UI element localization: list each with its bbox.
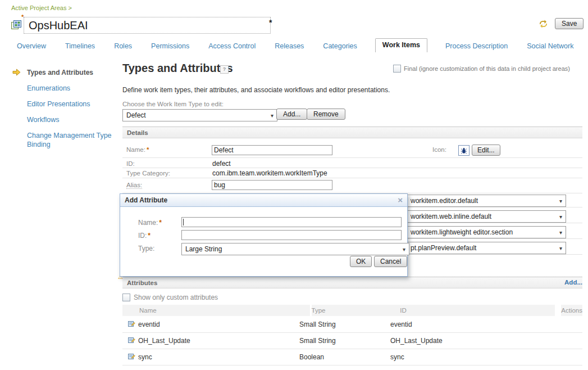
add-type-button[interactable]: Add... (276, 109, 307, 120)
attribute-icon (128, 336, 135, 345)
attribute-type: Small String (299, 321, 390, 328)
project-name-input[interactable] (24, 17, 271, 34)
attribute-type: Small String (299, 337, 390, 345)
attribute-id: OH_Last_Update (390, 337, 549, 345)
lightweight-editor-presentation-value: workitem.lightweight editor.section (411, 228, 513, 236)
sidebar-item-enumerations[interactable]: Enumerations (27, 84, 70, 92)
chevron-down-icon: ▾ (271, 112, 274, 119)
type-category-label: Type Category: (126, 170, 170, 177)
type-picker-label: Choose the Work Item Type to edit: (122, 101, 224, 107)
attribute-name: OH_Last_Update (138, 337, 190, 345)
dialog-title: Add Attribute (125, 196, 167, 204)
sidebar-item-workflows[interactable]: Workflows (27, 116, 59, 124)
custom-attributes-filter: Show only custom attributes (122, 294, 218, 301)
cancel-button[interactable]: Cancel (374, 256, 407, 267)
save-button[interactable]: Save (555, 18, 584, 29)
bug-icon (458, 145, 470, 156)
id-field-label: ID: (126, 160, 135, 167)
column-header-name: Name (122, 305, 310, 316)
attribute-icon (128, 320, 135, 329)
plan-preview-presentation-value: pt.planPreview.default (411, 244, 476, 252)
current-section-arrow-icon (12, 69, 21, 78)
tab-categories[interactable]: Categories (322, 40, 358, 52)
dialog-type-select[interactable]: Large String ▾ (181, 243, 409, 255)
id-field-value: defect (212, 160, 231, 168)
tab-roles[interactable]: Roles (113, 40, 133, 52)
tab-work-items[interactable]: Work Items (375, 38, 427, 52)
attribute-icon (128, 353, 135, 362)
ok-button[interactable]: OK (350, 256, 372, 267)
attribute-type: Boolean (299, 353, 390, 361)
remove-type-button[interactable]: Remove (307, 109, 345, 120)
work-item-type-select[interactable]: Defect ▾ (122, 109, 277, 121)
tab-process-description[interactable]: Process Description (444, 40, 509, 52)
sidebar-item-change-management-type-binding[interactable]: Change Management Type Binding (27, 131, 117, 149)
tab-access-control[interactable]: Access Control (207, 40, 257, 52)
final-label: Final (ignore customization of this data… (404, 65, 570, 72)
alias-field-label: Alias: (126, 182, 142, 189)
attribute-id: eventid (390, 321, 549, 328)
editor-presentation-value: workitem.editor.default (411, 197, 478, 205)
required-marker: * (147, 146, 149, 153)
show-custom-attributes-checkbox[interactable] (122, 294, 130, 301)
text-caret (183, 219, 184, 225)
tab-overview[interactable]: Overview (16, 40, 47, 52)
type-category-value: com.ibm.team.workitem.workItemType (212, 169, 327, 177)
chevron-down-icon: ▾ (559, 198, 562, 204)
table-row: sync Boolean sync (122, 349, 582, 366)
dialog-titlebar[interactable]: Add Attribute × (120, 194, 407, 207)
project-area-editor: Active Project Areas > * * Save Overview… (0, 0, 588, 370)
lightweight-editor-presentation-select[interactable]: workitem.lightweight editor.section ▾ (407, 226, 566, 238)
table-row: eventid Small String eventid (122, 317, 582, 333)
web-inline-presentation-select[interactable]: workitem.web.inline.default ▾ (407, 210, 566, 223)
icon-field-label: Icon: (432, 146, 446, 153)
tab-releases[interactable]: Releases (274, 40, 305, 52)
sidebar-item-types-and-attributes[interactable]: Types and Attributes (27, 69, 117, 76)
required-marker: * (159, 219, 162, 227)
close-icon[interactable]: × (398, 196, 403, 204)
sidebar-item-editor-presentations[interactable]: Editor Presentations (27, 100, 90, 108)
editor-presentation-select[interactable]: workitem.editor.default ▾ (407, 195, 566, 207)
row-divider (122, 178, 582, 178)
show-custom-attributes-label: Show only custom attributes (134, 294, 218, 301)
chevron-down-icon: ▾ (559, 229, 562, 236)
type-name-input[interactable] (212, 145, 332, 155)
column-header-actions: Actions (561, 305, 582, 316)
project-area-icon (11, 20, 21, 31)
chevron-down-icon: ▾ (559, 245, 562, 251)
tab-social-network[interactable]: Social Network (526, 40, 575, 52)
edit-icon-button[interactable]: Edit... (472, 145, 500, 156)
breadcrumb[interactable]: Active Project Areas > (11, 4, 72, 11)
attributes-section-header: Attributes (122, 277, 582, 288)
chevron-down-icon: ▾ (403, 246, 405, 252)
table-row: OH_Last_Update Small String OH_Last_Upda… (122, 333, 582, 349)
alias-input[interactable] (212, 180, 332, 190)
dialog-type-label: Type: (138, 245, 154, 252)
dialog-name-input[interactable] (181, 217, 402, 227)
dialog-name-label: Name:* (138, 219, 162, 227)
attributes-table-header: Name Type ID Actions (122, 305, 582, 316)
refresh-icon[interactable] (538, 19, 549, 30)
chevron-down-icon: ▾ (559, 214, 562, 220)
help-icon[interactable]: ? (220, 65, 229, 74)
attributes-title: Attributes (127, 279, 157, 286)
final-option: Final (ignore customization of this data… (393, 65, 570, 73)
page-title: Types and Attributes (122, 62, 233, 75)
row-divider (122, 157, 582, 158)
dialog-id-input[interactable] (181, 230, 402, 240)
tab-timelines[interactable]: Timelines (64, 40, 96, 52)
dialog-type-selected: Large String (185, 245, 222, 253)
name-field-label: Name:* (126, 146, 149, 153)
plan-preview-presentation-select[interactable]: pt.planPreview.default ▾ (407, 242, 566, 254)
add-attribute-link[interactable]: Add... (526, 279, 582, 286)
row-divider (122, 168, 582, 168)
column-header-id: ID (400, 305, 554, 316)
tab-bar: Overview Timelines Roles Permissions Acc… (16, 38, 575, 52)
required-marker: * (148, 232, 151, 240)
attribute-name: eventid (138, 321, 160, 328)
details-title: Details (127, 129, 148, 136)
tab-permissions[interactable]: Permissions (150, 40, 190, 52)
final-checkbox[interactable] (393, 65, 401, 73)
dialog-id-label: ID:* (138, 232, 151, 240)
work-item-type-selected: Defect (126, 111, 146, 119)
